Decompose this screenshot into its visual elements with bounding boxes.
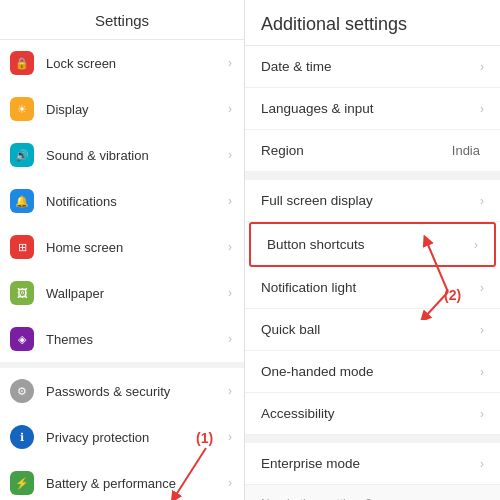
right-group-3: Enterprise mode › <box>245 443 500 485</box>
sidebar-item-lock-screen[interactable]: 🔒 Lock screen › <box>0 40 244 86</box>
accessibility-item[interactable]: Accessibility › <box>245 393 500 435</box>
arrow-icon: › <box>228 384 232 398</box>
sidebar-item-wallpaper[interactable]: 🖼 Wallpaper › <box>0 270 244 316</box>
button-shortcuts-label: Button shortcuts <box>267 237 474 252</box>
date-time-label: Date & time <box>261 59 480 74</box>
sidebar-item-themes[interactable]: ◈ Themes › <box>0 316 244 362</box>
fullscreen-label: Full screen display <box>261 193 480 208</box>
sidebar-item-display[interactable]: ☀ Display › <box>0 86 244 132</box>
accessibility-label: Accessibility <box>261 406 480 421</box>
themes-label: Themes <box>46 332 228 347</box>
sound-label: Sound & vibration <box>46 148 228 163</box>
quick-ball-label: Quick ball <box>261 322 480 337</box>
notif-light-item[interactable]: Notification light › <box>245 267 500 309</box>
sidebar-item-home-screen[interactable]: ⊞ Home screen › <box>0 224 244 270</box>
enterprise-label: Enterprise mode <box>261 456 480 471</box>
arrow-icon: › <box>228 332 232 346</box>
sidebar-item-passwords[interactable]: ⚙ Passwords & security › <box>0 368 244 414</box>
display-label: Display <box>46 102 228 117</box>
region-label: Region <box>261 143 452 158</box>
arrow-icon: › <box>228 430 232 444</box>
languages-item[interactable]: Languages & input › <box>245 88 500 130</box>
display-icon: ☀ <box>10 97 34 121</box>
settings-header: Settings <box>0 0 244 40</box>
right-group-2: Full screen display › Button shortcuts ›… <box>245 180 500 435</box>
arrow-icon: › <box>228 56 232 70</box>
notif-light-label: Notification light <box>261 280 480 295</box>
arrow-icon: › <box>480 194 484 208</box>
additional-settings-header: Additional settings <box>245 0 500 46</box>
arrow-icon: › <box>480 407 484 421</box>
one-handed-item[interactable]: One-handed mode › <box>245 351 500 393</box>
arrow-icon: › <box>480 102 484 116</box>
enterprise-item[interactable]: Enterprise mode › <box>245 443 500 485</box>
sound-icon: 🔊 <box>10 143 34 167</box>
arrow-icon: › <box>228 148 232 162</box>
arrow-icon: › <box>480 60 484 74</box>
right-group-1: Date & time › Languages & input › Region… <box>245 46 500 172</box>
notifications-icon: 🔔 <box>10 189 34 213</box>
arrow-icon: › <box>228 102 232 116</box>
date-time-item[interactable]: Date & time › <box>245 46 500 88</box>
bottom-section: Need other settings? Back up and restore <box>245 485 500 500</box>
region-item[interactable]: Region India <box>245 130 500 172</box>
privacy-icon: ℹ <box>10 425 34 449</box>
wallpaper-icon: 🖼 <box>10 281 34 305</box>
themes-icon: ◈ <box>10 327 34 351</box>
notifications-label: Notifications <box>46 194 228 209</box>
settings-group-1: 🔒 Lock screen › ☀ Display › 🔊 Sound & vi… <box>0 40 244 368</box>
languages-label: Languages & input <box>261 101 480 116</box>
passwords-icon: ⚙ <box>10 379 34 403</box>
sidebar-item-privacy[interactable]: ℹ Privacy protection › <box>0 414 244 460</box>
lock-icon: 🔒 <box>10 51 34 75</box>
region-value: India <box>452 143 480 158</box>
arrow-icon: › <box>474 238 478 252</box>
arrow-icon: › <box>480 457 484 471</box>
sidebar-item-sound[interactable]: 🔊 Sound & vibration › <box>0 132 244 178</box>
arrow-icon: › <box>228 240 232 254</box>
right-divider-2 <box>245 435 500 443</box>
one-handed-label: One-handed mode <box>261 364 480 379</box>
privacy-label: Privacy protection <box>46 430 228 445</box>
passwords-label: Passwords & security <box>46 384 228 399</box>
wallpaper-label: Wallpaper <box>46 286 228 301</box>
battery-label: Battery & performance <box>46 476 228 491</box>
lock-screen-label: Lock screen <box>46 56 228 71</box>
arrow-icon: › <box>228 476 232 490</box>
right-panel: Additional settings Date & time › Langua… <box>245 0 500 500</box>
home-icon: ⊞ <box>10 235 34 259</box>
sidebar-item-battery[interactable]: ⚡ Battery & performance › <box>0 460 244 500</box>
quick-ball-item[interactable]: Quick ball › <box>245 309 500 351</box>
left-panel: Settings 🔒 Lock screen › ☀ Display › 🔊 S… <box>0 0 245 500</box>
button-shortcuts-item[interactable]: Button shortcuts › <box>249 222 496 267</box>
home-screen-label: Home screen <box>46 240 228 255</box>
sidebar-item-notifications[interactable]: 🔔 Notifications › <box>0 178 244 224</box>
fullscreen-item[interactable]: Full screen display › <box>245 180 500 222</box>
arrow-icon: › <box>480 323 484 337</box>
settings-group-2: ⚙ Passwords & security › ℹ Privacy prote… <box>0 368 244 500</box>
arrow-icon: › <box>228 194 232 208</box>
battery-icon: ⚡ <box>10 471 34 495</box>
arrow-icon: › <box>228 286 232 300</box>
arrow-icon: › <box>480 281 484 295</box>
right-divider-1 <box>245 172 500 180</box>
arrow-icon: › <box>480 365 484 379</box>
